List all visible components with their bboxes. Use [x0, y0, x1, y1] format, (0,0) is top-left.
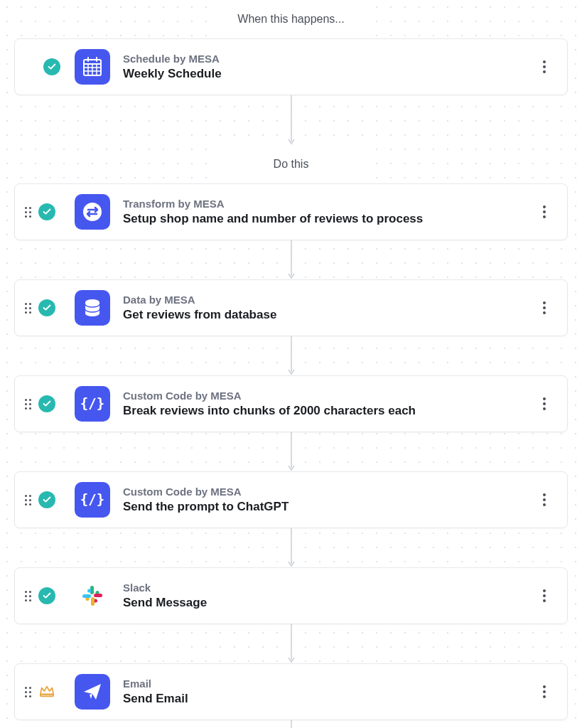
action-title: Get reviews from database [123, 308, 536, 322]
more-menu-button[interactable] [536, 583, 553, 609]
actions-section-header: Do this [213, 145, 370, 183]
crown-icon [38, 683, 55, 700]
check-icon [38, 587, 55, 604]
drag-handle-icon[interactable] [25, 591, 31, 601]
action-card[interactable]: Email Send Email [14, 663, 568, 720]
more-menu-button[interactable] [536, 391, 553, 417]
drag-handle-icon[interactable] [25, 303, 31, 314]
more-menu-button[interactable] [536, 199, 553, 225]
code-icon [75, 482, 110, 518]
connector-arrow [14, 432, 568, 471]
action-title: Send Message [123, 596, 536, 610]
trigger-title: Weekly Schedule [123, 67, 536, 81]
connector-arrow [14, 240, 568, 279]
connector-arrow [14, 720, 568, 728]
connector-arrow [14, 336, 568, 375]
action-app-name: Transform by MESA [123, 198, 536, 210]
action-app-name: Email [123, 678, 536, 690]
drag-handle-icon[interactable] [25, 687, 31, 697]
slack-icon [75, 578, 110, 614]
action-card[interactable]: Custom Code by MESA Send the prompt to C… [14, 471, 568, 528]
actions-header-text: Do this [274, 158, 309, 170]
connector-arrow [14, 528, 568, 567]
check-icon [38, 395, 55, 412]
check-icon [38, 491, 55, 508]
drag-handle-icon[interactable] [25, 495, 31, 505]
connector-arrow [14, 624, 568, 663]
action-card[interactable]: Data by MESA Get reviews from database [14, 279, 568, 336]
send-icon [75, 674, 110, 710]
more-menu-button[interactable] [536, 679, 553, 705]
trigger-app-name: Schedule by MESA [123, 53, 536, 65]
trigger-section-header: When this happens... [213, 0, 370, 38]
calendar-icon [75, 49, 110, 85]
code-icon [75, 386, 110, 422]
check-icon [38, 299, 55, 316]
action-card[interactable]: Transform by MESA Setup shop name and nu… [14, 183, 568, 240]
drag-handle-icon[interactable] [25, 207, 31, 218]
trigger-header-text: When this happens... [237, 13, 344, 25]
action-app-name: Data by MESA [123, 294, 536, 306]
more-menu-button[interactable] [536, 295, 553, 321]
action-title: Send the prompt to ChatGPT [123, 500, 536, 514]
more-menu-button[interactable] [536, 487, 553, 513]
transform-icon [75, 194, 110, 230]
action-title: Break reviews into chunks of 2000 charac… [123, 404, 536, 418]
trigger-card[interactable]: Schedule by MESA Weekly Schedule [14, 38, 568, 95]
action-card[interactable]: Slack Send Message [14, 567, 568, 624]
action-app-name: Custom Code by MESA [123, 390, 536, 402]
drag-handle-icon[interactable] [25, 399, 31, 410]
database-icon [75, 290, 110, 326]
action-app-name: Custom Code by MESA [123, 486, 536, 498]
action-app-name: Slack [123, 582, 536, 594]
more-menu-button[interactable] [536, 54, 553, 80]
check-icon [43, 58, 60, 75]
check-icon [38, 203, 55, 220]
action-title: Send Email [123, 692, 536, 706]
connector-arrow [14, 95, 568, 145]
action-title: Setup shop name and number of reviews to… [123, 212, 536, 226]
action-card[interactable]: Custom Code by MESA Break reviews into c… [14, 375, 568, 432]
